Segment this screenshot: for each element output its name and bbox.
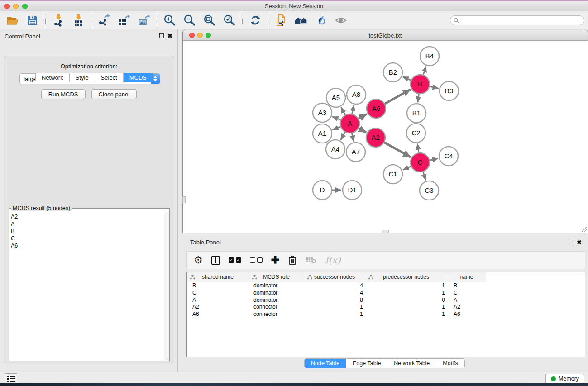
edge-A-A2[interactable] [359,129,366,133]
table-row[interactable]: Bdominator41B [187,282,585,290]
edge-B-B4[interactable] [423,67,426,75]
node-B2[interactable]: B2 [383,63,402,82]
function-builder-icon[interactable]: f(x) [325,254,340,266]
edge-C-C4[interactable] [430,158,438,160]
mcds-result-list[interactable]: A2ABCA6 [9,212,164,361]
table-close-panel-icon[interactable]: ✖ [577,239,582,245]
preview-eye-icon[interactable] [334,14,348,27]
edge-A-A1[interactable] [333,127,341,129]
result-item[interactable]: C [11,235,164,242]
edge-B-B3[interactable] [430,86,438,89]
node-D1[interactable]: D1 [343,181,362,200]
edge-A-A4[interactable] [341,132,345,140]
node-C2[interactable]: C2 [406,124,425,143]
open-file-icon[interactable] [6,14,19,27]
canvas-bottom-scrollbar-nub[interactable] [382,230,389,233]
delete-row-icon[interactable] [288,254,297,266]
zoom-out-icon[interactable] [183,14,196,27]
node-C1[interactable]: C1 [383,165,402,184]
network-graph[interactable]: A5A8A3A1A4A7AA6A2BB2B4B3B1CC2C4C1C3DD1 [183,41,588,233]
add-row-icon[interactable]: ✚ [271,254,279,266]
zoom-fit-icon[interactable] [203,14,216,27]
result-item[interactable]: A6 [11,242,164,249]
edge-A-A8[interactable] [352,105,354,114]
tab-network-table[interactable]: Network Table [387,359,436,368]
save-session-icon[interactable] [26,14,39,27]
table-row[interactable]: Cdominator41C [187,290,585,297]
clone-network-icon[interactable] [274,14,288,27]
edge-A6-B[interactable] [385,90,411,104]
deselect-all-icon[interactable] [250,254,263,266]
node-A5[interactable]: A5 [326,88,345,107]
node-A6[interactable]: A6 [367,99,386,118]
result-item[interactable]: A2 [11,213,164,220]
node-A4[interactable]: A4 [326,140,345,159]
tab-select[interactable]: Select [95,73,124,82]
node-D[interactable]: D [313,181,332,200]
export-image-icon[interactable] [137,14,151,27]
column-header-name[interactable]: name [447,272,486,282]
close-panel-icon[interactable]: ✖ [167,33,172,39]
edge-B-B1[interactable] [418,94,419,102]
edge-B-B2[interactable] [403,77,411,81]
edge-A-A6[interactable] [359,114,367,119]
tab-network[interactable]: Network [35,73,70,82]
tab-node-table[interactable]: Node Table [305,359,346,368]
result-item[interactable]: A [11,220,164,228]
node-C4[interactable]: C4 [439,147,458,166]
edge-A-A3[interactable] [332,117,340,120]
select-all-icon[interactable]: ✓✓ [229,254,241,266]
node-A7[interactable]: A7 [346,143,365,162]
home-layout-icon[interactable] [294,14,308,27]
export-table-icon[interactable] [117,14,131,27]
search-box[interactable] [450,15,584,25]
node-B[interactable]: B [411,75,430,94]
result-item[interactable]: B [11,228,164,235]
node-A2[interactable]: A2 [366,128,385,147]
edge-C-C1[interactable] [403,167,411,170]
delete-table-icon[interactable] [306,254,316,266]
refresh-icon[interactable] [249,14,262,27]
tab-edge-table[interactable]: Edge Table [346,359,387,368]
search-input[interactable] [459,16,584,24]
export-network-icon[interactable] [97,14,111,27]
tab-style[interactable]: Style [70,73,95,82]
node-A8[interactable]: A8 [347,85,366,104]
zoom-selected-icon[interactable] [223,14,236,27]
node-A3[interactable]: A3 [313,103,332,122]
zoom-in-icon[interactable] [163,14,177,27]
window-resize-grip[interactable] [582,227,587,232]
node-B4[interactable]: B4 [420,47,439,66]
network-canvas[interactable]: A5A8A3A1A4A7AA6A2BB2B4B3B1CC2C4C1C3DD1 [183,41,588,233]
table-float-panel-icon[interactable] [569,240,573,244]
import-table-icon[interactable] [72,14,85,27]
column-header-MCDS-role[interactable]: MCDS role [249,272,304,282]
float-panel-icon[interactable] [159,33,164,38]
edge-A2-C[interactable] [384,143,411,157]
node-B1[interactable]: B1 [407,104,426,123]
edge-C-C3[interactable] [423,172,426,180]
import-network-icon[interactable] [52,14,65,27]
node-B3[interactable]: B3 [440,81,459,100]
canvas-left-scrollbar-nub[interactable] [182,196,186,203]
column-header-predecessor-nodes[interactable]: predecessor nodes [365,272,447,282]
node-table[interactable]: shared nameMCDS rolesuccessor nodesprede… [186,272,585,357]
node-C[interactable]: C [411,153,430,172]
toggle-graphics-details-icon[interactable] [314,14,328,27]
node-C3[interactable]: C3 [420,181,439,200]
close-panel-button[interactable]: Close panel [91,89,137,99]
node-A[interactable]: A [340,114,359,133]
edge-A-A7[interactable] [352,133,354,142]
table-row[interactable]: A6connector11A6 [187,311,585,318]
node-A1[interactable]: A1 [313,124,332,143]
tab-mcds[interactable]: MCDS [124,73,153,82]
settings-gear-icon[interactable]: ⚙ [194,254,203,266]
run-mcds-button[interactable]: Run MCDS [41,89,86,99]
task-history-button[interactable] [5,373,17,384]
show-columns-icon[interactable] [211,254,220,266]
memory-button[interactable]: Memory [545,374,584,384]
table-row[interactable]: A2connector11A2 [187,304,585,311]
column-header-shared-name[interactable]: shared name [187,272,249,282]
edge-A-A5[interactable] [341,107,345,115]
edge-C-C2[interactable] [417,144,419,152]
